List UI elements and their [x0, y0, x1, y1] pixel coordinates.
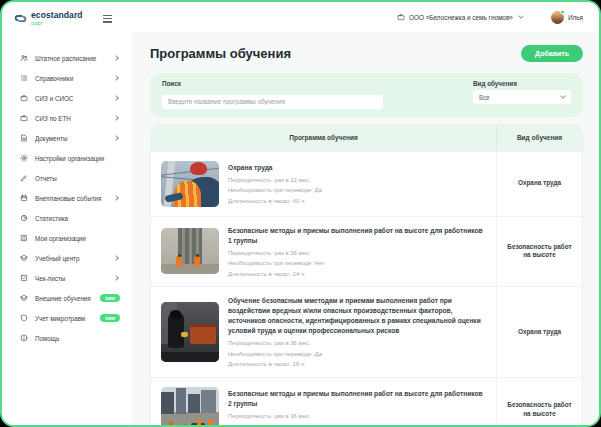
sidebar-item-reports[interactable]: Отчеты [2, 168, 132, 188]
document-icon [20, 134, 28, 142]
table-row[interactable]: Охрана труда Периодичность: раз в 12 мес… [151, 151, 582, 216]
program-title: Охрана труда [228, 163, 486, 173]
user-name: Илья [568, 14, 583, 21]
user-menu[interactable]: Илья [551, 11, 583, 24]
logo[interactable]: ecostandard софт [14, 11, 83, 26]
sidebar-item-directories[interactable]: Справочники [2, 68, 132, 88]
search-label: Поиск [162, 80, 461, 87]
ecostandard-logo-icon [14, 12, 27, 25]
program-thumbnail [161, 302, 219, 362]
sidebar-item-unplanned-events[interactable]: Внеплановые события [2, 188, 132, 208]
program-type-cell: Безопасность работ на высоте [496, 378, 582, 427]
logo-row: ecostandard софт [2, 2, 132, 36]
program-info: Обучение безопасным мметодам и приемам в… [228, 296, 486, 368]
table-row[interactable]: Безопасные методы и приемы выполнения ра… [151, 377, 582, 427]
chevron-right-icon [113, 55, 119, 61]
search-group: Поиск [162, 80, 461, 109]
table-row[interactable]: Обучение безопасным мметодам и приемам в… [151, 286, 582, 377]
pencil-icon [20, 174, 28, 182]
program-title: Безопасные методы и приемы выполнения ра… [228, 389, 486, 409]
briefcase-icon [20, 114, 28, 122]
program-cell: Безопасные методы и приемы выполнения ра… [151, 217, 496, 287]
sidebar-item-external-trainings[interactable]: Внешние обучения new [2, 288, 132, 308]
sidebar-item-checklists[interactable]: Чек-листы [2, 268, 132, 288]
sidebar-item-microtrauma[interactable]: Учет микротравм new [2, 308, 132, 328]
program-duration: Длительность в часах: 40 ч. [228, 198, 486, 205]
column-header-type: Вид обучения [496, 125, 582, 151]
building-icon [20, 234, 28, 242]
sidebar-item-my-organizations[interactable]: Мои организации [2, 228, 132, 248]
program-periodicity: Периодичность: раз в 12 мес. [228, 177, 486, 184]
pie-chart-icon [20, 214, 28, 222]
hamburger-menu-icon[interactable] [103, 15, 112, 23]
sidebar-item-label: Учет микротравм [35, 315, 100, 322]
sidebar-item-help[interactable]: Помощь [2, 328, 132, 348]
company-name: ООО «Белоснежка и семь гномов» [409, 14, 513, 21]
sidebar-item-org-settings[interactable]: Настройки организации [2, 148, 132, 168]
program-thumbnail [161, 228, 219, 274]
training-type-value: Все [479, 94, 490, 101]
chevron-down-icon [560, 93, 566, 99]
graduation-cap-icon [20, 294, 28, 302]
sidebar-item-staff-schedule[interactable]: Штатное расписание [2, 48, 132, 68]
sidebar-item-label: Мои организации [35, 235, 120, 242]
calendar-icon [20, 194, 28, 202]
sidebar-item-label: Статистика [35, 215, 120, 222]
program-duration: Длительность в часах: 16 ч. [228, 361, 486, 368]
training-type-select[interactable]: Все [473, 90, 571, 104]
add-button[interactable]: Добавить [521, 45, 583, 62]
program-transfer-required: Необходимость при переводе: Нет [228, 260, 486, 267]
sidebar-item-statistics[interactable]: Статистика [2, 208, 132, 228]
logo-subtitle: софт [31, 20, 83, 26]
sidebar-item-label: Документы [35, 135, 114, 142]
info-icon [20, 334, 28, 342]
sidebar-nav: Штатное расписание Справочники СИЗ и СИО… [2, 48, 132, 348]
program-thumbnail [161, 161, 219, 207]
shield-icon [20, 314, 28, 322]
content-zone: ООО «Белоснежка и семь гномов» Илья Прог… [132, 2, 599, 425]
logo-text: ecostandard софт [31, 11, 83, 26]
program-cell: Охрана труда Периодичность: раз в 12 мес… [151, 152, 496, 216]
sidebar-item-label: Внешние обучения [35, 295, 100, 302]
sidebar-item-siz-etn[interactable]: СИЗ по ЕТН [2, 108, 132, 128]
program-type-cell: Безопасность работ на высоте [496, 217, 582, 287]
sidebar-item-training-center[interactable]: Учебный центр [2, 248, 132, 268]
page-title: Программы обучения [150, 46, 291, 61]
program-duration: Длительность в часах: 24 ч. [228, 271, 486, 278]
program-title: Безопасные методы и приемы выполнения ра… [228, 226, 486, 246]
program-transfer-required: Необходимость при переводе: Да [228, 187, 486, 194]
chevron-right-icon [113, 275, 119, 281]
graduation-cap-icon [20, 254, 28, 262]
filters-panel: Поиск Вид обучения Все [150, 73, 583, 117]
programs-table: Программа обучения Вид обучения Охрана т… [150, 124, 583, 427]
chevron-right-icon [113, 95, 119, 101]
sidebar-item-label: Справочники [35, 75, 114, 82]
program-transfer-required: Необходимость при переводе: Да [228, 351, 486, 358]
sidebar-item-label: Внеплановые события [35, 195, 114, 202]
program-info: Безопасные методы и приемы выполнения ра… [228, 389, 486, 427]
program-info: Охрана труда Периодичность: раз в 12 мес… [228, 163, 486, 205]
sidebar-item-documents[interactable]: Документы [2, 128, 132, 148]
logo-name: ecostandard [31, 11, 83, 20]
search-input[interactable] [162, 95, 383, 109]
list-icon [20, 74, 28, 82]
program-type-cell: Охрана труда [496, 287, 582, 377]
sidebar-item-siz-sios[interactable]: СИЗ и СИОС [2, 88, 132, 108]
main-content: Программы обучения Добавить Поиск Вид об… [132, 32, 599, 425]
company-selector[interactable]: ООО «Белоснежка и семь гномов» [397, 13, 523, 21]
sidebar-item-label: Отчеты [35, 175, 120, 182]
program-title: Обучение безопасным мметодам и приемам в… [228, 296, 486, 336]
chevron-down-icon [518, 13, 524, 19]
program-transfer-required: Необходимость при переводе: Нет [228, 424, 486, 427]
table-row[interactable]: Безопасные методы и приемы выполнения ра… [151, 216, 582, 287]
sidebar-item-label: Учебный центр [35, 255, 114, 262]
program-info: Безопасные методы и приемы выполнения ра… [228, 226, 486, 278]
program-periodicity: Периодичность: раз в 36 мес. [228, 340, 486, 347]
sidebar-item-label: Штатное расписание [35, 55, 114, 62]
avatar [551, 11, 564, 24]
program-cell: Обучение безопасным мметодам и приемам в… [151, 287, 496, 377]
sidebar-item-label: Помощь [35, 335, 120, 342]
training-type-label: Вид обучения [473, 80, 571, 87]
program-periodicity: Периодичность: раз в 36 мес. [228, 413, 486, 420]
column-header-program: Программа обучения [151, 125, 496, 151]
